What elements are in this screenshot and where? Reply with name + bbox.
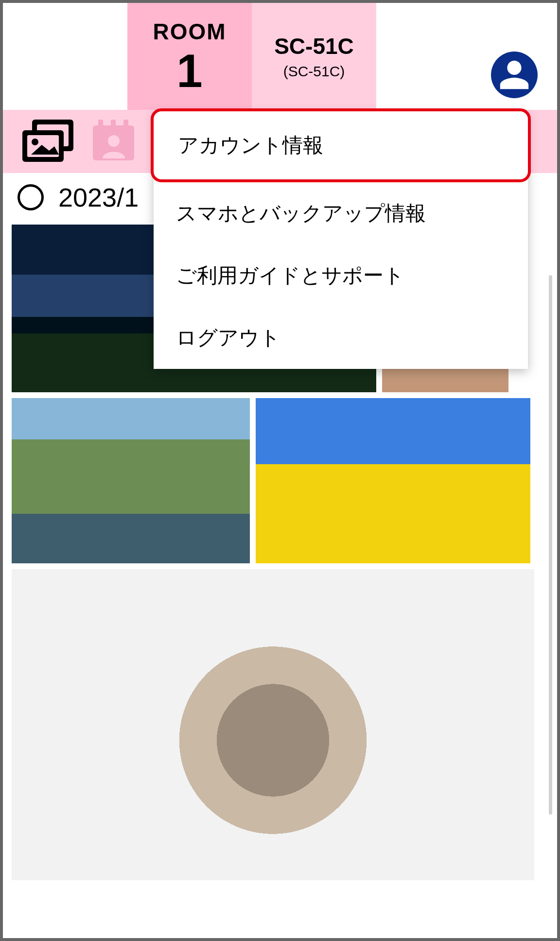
menu-item-label: ログアウト xyxy=(176,326,280,349)
calendar-person-icon xyxy=(90,120,137,163)
menu-item-guide-support[interactable]: ご利用ガイドとサポート xyxy=(154,244,528,307)
svg-rect-6 xyxy=(98,120,103,129)
tab-room-1[interactable]: ROOM 1 xyxy=(127,3,252,110)
gallery-view-button[interactable] xyxy=(22,120,76,163)
svg-rect-7 xyxy=(111,120,116,129)
photo-thumbnail[interactable] xyxy=(12,398,250,563)
photo-thumbnail[interactable] xyxy=(12,569,534,880)
menu-item-account-info[interactable]: アカウント情報 xyxy=(151,108,531,182)
room-label: ROOM xyxy=(127,18,252,45)
date-label: 2023/1 xyxy=(58,182,139,212)
menu-item-label: アカウント情報 xyxy=(178,134,323,157)
photo-thumbnail[interactable] xyxy=(256,398,530,563)
tab-device[interactable]: SC-51C (SC-51C) xyxy=(252,3,376,110)
menu-item-logout[interactable]: ログアウト xyxy=(154,307,528,369)
scroll-indicator[interactable] xyxy=(549,275,552,815)
svg-point-9 xyxy=(108,135,120,147)
device-name: SC-51C xyxy=(274,33,354,59)
menu-item-label: スマホとバックアップ情報 xyxy=(176,202,426,225)
calendar-person-view-button[interactable] xyxy=(90,120,137,163)
gallery-icon xyxy=(22,120,76,163)
account-dropdown-menu: アカウント情報 スマホとバックアップ情報 ご利用ガイドとサポート ログアウト xyxy=(154,111,528,369)
menu-item-label: ご利用ガイドとサポート xyxy=(176,264,404,287)
app-frame: ROOM 1 SC-51C (SC-51C) xyxy=(0,0,560,941)
room-number: 1 xyxy=(127,48,252,94)
header-tabs: ROOM 1 SC-51C (SC-51C) xyxy=(3,3,557,110)
svg-rect-8 xyxy=(123,120,128,129)
svg-point-4 xyxy=(32,139,38,145)
menu-item-backup-info[interactable]: スマホとバックアップ情報 xyxy=(154,182,528,244)
person-icon xyxy=(497,58,531,92)
select-circle-icon[interactable] xyxy=(18,184,44,210)
device-subname: (SC-51C) xyxy=(283,63,345,80)
account-avatar-button[interactable] xyxy=(491,52,538,98)
